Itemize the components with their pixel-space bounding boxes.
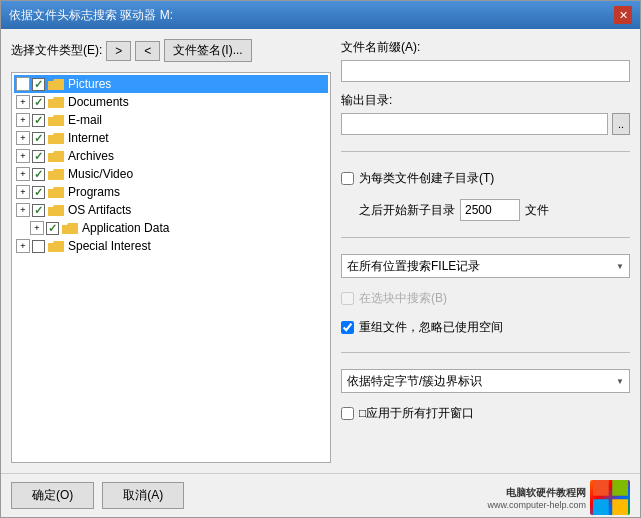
- list-item[interactable]: + Programs: [14, 183, 328, 201]
- watermark-brand: 电脑软硬件教程网: [487, 486, 586, 500]
- folder-icon: [48, 204, 64, 217]
- item-checkbox[interactable]: [32, 132, 45, 145]
- browse-button[interactable]: ..: [612, 113, 630, 135]
- watermark: 电脑软硬件教程网 www.computer-help.com: [487, 480, 630, 515]
- create-subdir-label: 为每类文件创建子目录(T): [359, 170, 494, 187]
- apply-all-label: □应用于所有打开窗口: [359, 405, 474, 422]
- expand-icon[interactable]: +: [16, 239, 30, 253]
- svg-rect-0: [593, 480, 609, 496]
- folder-icon: [62, 222, 78, 235]
- divider2: [341, 352, 630, 353]
- window-title: 依据文件头标志搜索 驱动器 M:: [9, 7, 173, 24]
- sector-dropdown-wrapper: 依据特定字节/簇边界标识: [341, 369, 630, 393]
- item-label: Application Data: [82, 221, 169, 235]
- left-panel: 选择文件类型(E): > < 文件签名(I)... + Pictures: [11, 39, 331, 463]
- expand-icon[interactable]: +: [16, 113, 30, 127]
- cancel-button[interactable]: 取消(A): [102, 482, 184, 509]
- divider: [341, 151, 630, 152]
- expand-icon[interactable]: +: [16, 77, 30, 91]
- item-label: Pictures: [68, 77, 111, 91]
- close-button[interactable]: ✕: [614, 6, 632, 24]
- folder-icon: [48, 96, 64, 109]
- expand-icon[interactable]: +: [16, 185, 30, 199]
- output-dir-group: 输出目录: ..: [341, 92, 630, 135]
- folder-icon: [48, 186, 64, 199]
- create-subdir-row: 为每类文件创建子目录(T): [341, 170, 630, 187]
- output-dir-row: ..: [341, 113, 630, 135]
- item-checkbox[interactable]: [32, 240, 45, 253]
- list-item[interactable]: + Internet: [14, 129, 328, 147]
- svg-rect-3: [612, 499, 628, 515]
- expand-icon[interactable]: +: [16, 131, 30, 145]
- regroup-checkbox[interactable]: [341, 321, 354, 334]
- expand-icon[interactable]: +: [30, 221, 44, 235]
- item-label: Documents: [68, 95, 129, 109]
- expand-icon[interactable]: +: [16, 203, 30, 217]
- main-content: 选择文件类型(E): > < 文件签名(I)... + Pictures: [1, 29, 640, 473]
- filename-prefix-group: 文件名前缀(A):: [341, 39, 630, 82]
- item-checkbox[interactable]: [32, 96, 45, 109]
- folder-icon: [48, 240, 64, 253]
- after-subdir-row: 之后开始新子目录 文件: [359, 199, 630, 221]
- sector-dropdown[interactable]: 依据特定字节/簇边界标识: [341, 369, 630, 393]
- item-label: E-mail: [68, 113, 102, 127]
- prev-button[interactable]: <: [135, 41, 160, 61]
- windows-logo: [590, 480, 630, 515]
- file-type-toolbar: 选择文件类型(E): > < 文件签名(I)...: [11, 39, 331, 62]
- item-label: OS Artifacts: [68, 203, 131, 217]
- search-block-checkbox[interactable]: [341, 292, 354, 305]
- main-window: 依据文件头标志搜索 驱动器 M: ✕ 选择文件类型(E): > < 文件签名(I…: [0, 0, 641, 518]
- folder-icon: [48, 132, 64, 145]
- list-item[interactable]: + OS Artifacts: [14, 201, 328, 219]
- search-block-row: 在选块中搜索(B): [341, 290, 630, 307]
- after-value-input[interactable]: [460, 199, 520, 221]
- folder-icon: [48, 150, 64, 163]
- item-checkbox[interactable]: [32, 114, 45, 127]
- expand-icon[interactable]: +: [16, 167, 30, 181]
- item-label: Internet: [68, 131, 109, 145]
- svg-rect-1: [612, 480, 628, 496]
- watermark-site: www.computer-help.com: [487, 500, 586, 510]
- item-checkbox[interactable]: [46, 222, 59, 235]
- ok-button[interactable]: 确定(O): [11, 482, 94, 509]
- list-item[interactable]: + Special Interest: [14, 237, 328, 255]
- list-item[interactable]: + Music/Video: [14, 165, 328, 183]
- item-checkbox[interactable]: [32, 150, 45, 163]
- list-item[interactable]: + Application Data: [14, 219, 328, 237]
- title-bar: 依据文件头标志搜索 驱动器 M: ✕: [1, 1, 640, 29]
- apply-all-checkbox[interactable]: [341, 407, 354, 420]
- item-label: Archives: [68, 149, 114, 163]
- search-block-label: 在选块中搜索(B): [359, 290, 447, 307]
- next-button[interactable]: >: [106, 41, 131, 61]
- expand-icon[interactable]: +: [16, 95, 30, 109]
- file-sign-button[interactable]: 文件签名(I)...: [164, 39, 251, 62]
- regroup-label: 重组文件，忽略已使用空间: [359, 319, 503, 336]
- regroup-row: 重组文件，忽略已使用空间: [341, 319, 630, 336]
- divider: [341, 237, 630, 238]
- bottom-bar: 确定(O) 取消(A) 电脑软硬件教程网 www.computer-help.c…: [1, 473, 640, 517]
- item-checkbox[interactable]: [32, 78, 45, 91]
- after-unit-label: 文件: [525, 202, 549, 219]
- expand-icon[interactable]: +: [16, 149, 30, 163]
- right-panel: 文件名前缀(A): 输出目录: .. 为每类文件创建子目录(T) 之后开始新子目…: [341, 39, 630, 463]
- svg-rect-2: [593, 499, 609, 515]
- select-type-label: 选择文件类型(E):: [11, 42, 102, 59]
- list-item[interactable]: + E-mail: [14, 111, 328, 129]
- filename-prefix-input[interactable]: [341, 60, 630, 82]
- output-dir-input[interactable]: [341, 113, 608, 135]
- apply-all-row: □应用于所有打开窗口: [341, 405, 630, 422]
- item-label: Programs: [68, 185, 120, 199]
- item-label: Music/Video: [68, 167, 133, 181]
- list-item[interactable]: + Archives: [14, 147, 328, 165]
- output-dir-label: 输出目录:: [341, 92, 630, 109]
- item-checkbox[interactable]: [32, 204, 45, 217]
- file-tree: + Pictures + Documents: [11, 72, 331, 463]
- list-item[interactable]: + Pictures: [14, 75, 328, 93]
- list-item[interactable]: + Documents: [14, 93, 328, 111]
- item-checkbox[interactable]: [32, 168, 45, 181]
- folder-icon: [48, 78, 64, 91]
- create-subdir-checkbox[interactable]: [341, 172, 354, 185]
- after-label: 之后开始新子目录: [359, 202, 455, 219]
- search-dropdown[interactable]: 在所有位置搜索FILE记录: [341, 254, 630, 278]
- item-checkbox[interactable]: [32, 186, 45, 199]
